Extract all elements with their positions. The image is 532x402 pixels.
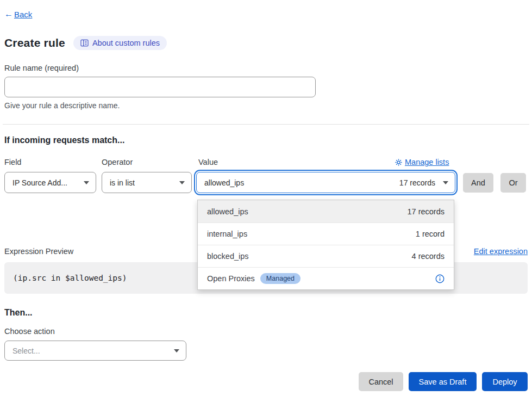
manage-lists-link[interactable]: Manage lists: [395, 158, 449, 166]
chevron-down-icon: [174, 349, 179, 352]
rule-name-input[interactable]: [4, 77, 316, 97]
rule-name-label: Rule name (required): [4, 64, 79, 72]
expression-preview-label: Expression Preview: [4, 247, 73, 256]
edit-expression-link[interactable]: Edit expression: [474, 247, 528, 256]
field-label: Field: [4, 158, 21, 166]
back-arrow-icon: ←: [4, 9, 13, 19]
field-select-value: IP Source Add...: [12, 178, 67, 187]
choose-action-label: Choose action: [4, 327, 55, 336]
list-item-allowed-ips[interactable]: allowed_ips 17 records: [198, 200, 454, 222]
back-link-label: Back: [14, 10, 32, 19]
list-item-name: blocked_ips: [207, 252, 249, 261]
action-select-placeholder: Select...: [12, 347, 40, 355]
chevron-down-icon: [179, 181, 185, 184]
and-button[interactable]: And: [463, 173, 493, 193]
value-select-records: 17 records: [399, 178, 435, 187]
or-button[interactable]: Or: [500, 173, 526, 193]
operator-select[interactable]: is in list: [102, 172, 192, 193]
operator-select-value: is in list: [110, 178, 135, 187]
page-title: Create rule: [4, 36, 65, 50]
list-item-blocked-ips[interactable]: blocked_ips 4 records: [198, 245, 454, 267]
list-item-open-proxies[interactable]: Open Proxies Managed: [198, 267, 454, 289]
about-custom-rules-link[interactable]: About custom rules: [73, 36, 167, 50]
then-section-heading: Then...: [4, 308, 33, 318]
info-icon[interactable]: [435, 274, 445, 283]
operator-label: Operator: [102, 158, 133, 166]
list-dropdown: allowed_ips 17 records internal_ips 1 re…: [197, 200, 454, 290]
list-item-records: 1 record: [416, 230, 445, 238]
cancel-button[interactable]: Cancel: [359, 372, 403, 391]
back-link[interactable]: ←Back: [4, 9, 32, 19]
value-select[interactable]: allowed_ips 17 records: [196, 172, 455, 193]
section-divider: [3, 124, 529, 125]
save-as-draft-button[interactable]: Save as Draft: [409, 372, 477, 391]
list-item-records: 4 records: [412, 252, 445, 261]
gear-icon: [395, 159, 402, 166]
list-item-name: internal_ips: [207, 230, 247, 238]
deploy-button[interactable]: Deploy: [482, 372, 528, 391]
list-item-name: Open Proxies: [207, 274, 255, 283]
value-label: Value: [198, 158, 218, 166]
managed-badge: Managed: [260, 273, 301, 284]
list-item-records: 17 records: [407, 207, 445, 216]
book-icon: [80, 39, 89, 47]
expression-code: (ip.src in $allowed_ips): [13, 274, 127, 282]
action-select[interactable]: Select...: [4, 341, 186, 361]
chevron-down-icon: [84, 181, 89, 184]
manage-lists-label: Manage lists: [405, 158, 449, 166]
about-custom-rules-label: About custom rules: [92, 39, 160, 47]
create-rule-page: ←Back Create rule About custom rules Rul…: [0, 0, 532, 402]
field-select[interactable]: IP Source Add...: [4, 172, 96, 193]
list-item-name: allowed_ips: [207, 207, 248, 216]
value-select-value: allowed_ips: [204, 178, 244, 187]
match-section-heading: If incoming requests match...: [4, 135, 124, 145]
chevron-down-icon: [443, 181, 448, 184]
list-item-internal-ips[interactable]: internal_ips 1 record: [198, 222, 454, 245]
rule-name-helper: Give your rule a descriptive name.: [4, 101, 120, 110]
title-row: Create rule About custom rules: [4, 36, 167, 50]
